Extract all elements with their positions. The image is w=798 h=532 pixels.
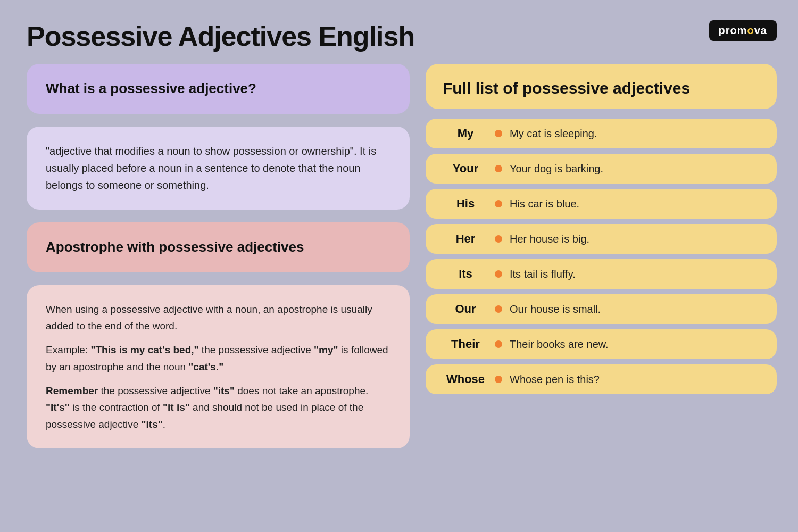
- section2-body-card: When using a possessive adjective with a…: [27, 285, 410, 448]
- promova-badge: promova: [709, 20, 777, 41]
- para3-mid3: is the contraction of: [70, 402, 163, 413]
- para2-bold2: "my": [314, 344, 338, 355]
- para3-bold2: "its": [213, 385, 235, 396]
- section2-body-para2: Example: "This is my cat's bed," the pos…: [46, 342, 390, 375]
- adjective-dot-icon: [495, 165, 502, 172]
- adjective-dot-icon: [495, 305, 502, 313]
- adjective-example: Her house is big.: [510, 231, 589, 246]
- adjective-label: My: [436, 127, 495, 140]
- para3-bold3: "It's": [46, 402, 70, 413]
- adjective-row: TheirTheir books are new.: [426, 329, 777, 359]
- section1-header-card: What is a possessive adjective?: [27, 64, 410, 114]
- adjective-label: Whose: [436, 372, 495, 386]
- adjective-row: ItsIts tail is fluffy.: [426, 259, 777, 289]
- adjective-example: Our house is small.: [510, 302, 601, 317]
- adjective-dot-icon: [495, 200, 502, 207]
- adjective-dot-icon: [495, 340, 502, 348]
- left-column: What is a possessive adjective? "adjecti…: [27, 64, 410, 448]
- section2-body-para1: When using a possessive adjective with a…: [46, 301, 390, 335]
- promova-highlight: o: [747, 24, 754, 36]
- adjective-label: Their: [436, 337, 495, 351]
- adjective-label: Your: [436, 162, 495, 176]
- page-title: Possessive Adjectives English: [27, 20, 414, 52]
- adjective-dot-icon: [495, 376, 502, 383]
- adjective-dot-icon: [495, 270, 502, 278]
- adjective-label: Its: [436, 267, 495, 281]
- adjective-label: Our: [436, 302, 495, 316]
- adjective-label: Her: [436, 232, 495, 246]
- para3-mid2: does not take an apostrophe.: [235, 385, 368, 396]
- adjective-dot-icon: [495, 130, 502, 137]
- section1-body-text: "adjective that modifies a noun to show …: [46, 143, 390, 194]
- para3-mid: the possessive adjective: [98, 385, 213, 396]
- section2-header-title: Apostrophe with possessive adjectives: [46, 238, 390, 256]
- adjective-list: MyMy cat is sleeping.YourYour dog is bar…: [426, 119, 777, 394]
- para2-bold3: "cat's.": [188, 361, 223, 372]
- adjective-row: HerHer house is big.: [426, 224, 777, 254]
- adjective-row: MyMy cat is sleeping.: [426, 119, 777, 148]
- adjective-label: His: [436, 197, 495, 211]
- adjective-example: Your dog is barking.: [510, 161, 603, 176]
- adjective-row: WhoseWhose pen is this?: [426, 364, 777, 394]
- adjective-example: Their books are new.: [510, 337, 609, 352]
- para2-pre: Example:: [46, 344, 90, 355]
- right-header-card: Full list of possessive adjectives: [426, 64, 777, 109]
- adjective-row: OurOur house is small.: [426, 294, 777, 324]
- para3-bold5: "its": [142, 419, 163, 430]
- para3-end: .: [163, 419, 165, 430]
- adjective-row: YourYour dog is barking.: [426, 154, 777, 184]
- section1-body-card: "adjective that modifies a noun to show …: [27, 127, 410, 210]
- section2-body-para3: Remember the possessive adjective "its" …: [46, 383, 390, 433]
- para3-bold1: Remember: [46, 385, 98, 396]
- section1-header-title: What is a possessive adjective?: [46, 80, 390, 98]
- adjective-example: His car is blue.: [510, 196, 579, 211]
- adjective-row: HisHis car is blue.: [426, 189, 777, 219]
- adjective-example: Its tail is fluffy.: [510, 267, 576, 281]
- adjective-example: My cat is sleeping.: [510, 126, 597, 141]
- para2-mid: the possessive adjective: [199, 344, 314, 355]
- right-column: Full list of possessive adjectives MyMy …: [426, 64, 777, 394]
- section2-header-card: Apostrophe with possessive adjectives: [27, 222, 410, 272]
- para2-bold1: "This is my cat's bed,": [90, 344, 198, 355]
- right-header-title: Full list of possessive adjectives: [443, 78, 760, 98]
- adjective-example: Whose pen is this?: [510, 372, 600, 387]
- adjective-dot-icon: [495, 235, 502, 243]
- para3-bold4: "it is": [163, 402, 190, 413]
